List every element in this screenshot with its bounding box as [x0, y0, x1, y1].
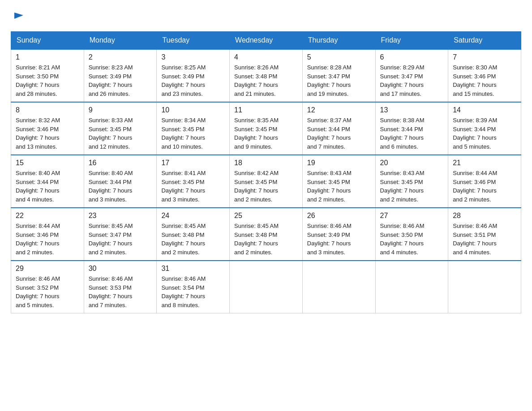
weekday-header-friday: Friday — [375, 32, 448, 50]
day-info: Sunrise: 8:25 AMSunset: 3:49 PMDaylight:… — [161, 64, 206, 97]
logo — [11, 11, 24, 23]
calendar-day-cell: 11 Sunrise: 8:35 AMSunset: 3:45 PMDaylig… — [230, 102, 303, 155]
page-header — [11, 11, 521, 23]
day-info: Sunrise: 8:23 AMSunset: 3:49 PMDaylight:… — [89, 64, 133, 97]
day-number: 25 — [234, 212, 298, 220]
day-number: 4 — [234, 53, 298, 61]
day-number: 6 — [380, 53, 444, 61]
calendar-day-cell: 19 Sunrise: 8:43 AMSunset: 3:45 PMDaylig… — [302, 155, 375, 208]
calendar-day-cell: 31 Sunrise: 8:46 AMSunset: 3:54 PMDaylig… — [157, 261, 230, 313]
weekday-header-monday: Monday — [84, 32, 157, 50]
day-info: Sunrise: 8:43 AMSunset: 3:45 PMDaylight:… — [380, 170, 425, 203]
day-info: Sunrise: 8:21 AMSunset: 3:50 PMDaylight:… — [16, 64, 60, 97]
day-info: Sunrise: 8:46 AMSunset: 3:53 PMDaylight:… — [89, 275, 133, 308]
day-info: Sunrise: 8:34 AMSunset: 3:45 PMDaylight:… — [161, 117, 206, 150]
calendar-table: SundayMondayTuesdayWednesdayThursdayFrid… — [11, 31, 521, 313]
day-info: Sunrise: 8:45 AMSunset: 3:48 PMDaylight:… — [234, 223, 279, 256]
day-info: Sunrise: 8:40 AMSunset: 3:44 PMDaylight:… — [89, 170, 133, 203]
calendar-day-cell: 29 Sunrise: 8:46 AMSunset: 3:52 PMDaylig… — [11, 261, 84, 313]
calendar-week-row: 1 Sunrise: 8:21 AMSunset: 3:50 PMDayligh… — [11, 49, 521, 102]
day-number: 28 — [453, 212, 516, 220]
calendar-day-cell: 17 Sunrise: 8:41 AMSunset: 3:45 PMDaylig… — [157, 155, 230, 208]
day-number: 19 — [307, 159, 371, 167]
calendar-day-cell: 25 Sunrise: 8:45 AMSunset: 3:48 PMDaylig… — [230, 208, 303, 261]
calendar-day-cell: 9 Sunrise: 8:33 AMSunset: 3:45 PMDayligh… — [84, 102, 157, 155]
day-number: 17 — [161, 159, 225, 167]
calendar-day-cell: 18 Sunrise: 8:42 AMSunset: 3:45 PMDaylig… — [230, 155, 303, 208]
calendar-header-row: SundayMondayTuesdayWednesdayThursdayFrid… — [11, 32, 521, 50]
calendar-day-cell: 21 Sunrise: 8:44 AMSunset: 3:46 PMDaylig… — [448, 155, 521, 208]
day-info: Sunrise: 8:28 AMSunset: 3:47 PMDaylight:… — [307, 64, 352, 97]
day-number: 20 — [380, 159, 444, 167]
calendar-day-cell: 24 Sunrise: 8:45 AMSunset: 3:48 PMDaylig… — [157, 208, 230, 261]
day-number: 7 — [453, 53, 516, 61]
calendar-empty-cell — [448, 261, 521, 313]
svg-marker-0 — [14, 13, 23, 19]
day-info: Sunrise: 8:26 AMSunset: 3:48 PMDaylight:… — [234, 64, 279, 97]
calendar-day-cell: 27 Sunrise: 8:46 AMSunset: 3:50 PMDaylig… — [375, 208, 448, 261]
calendar-day-cell: 8 Sunrise: 8:32 AMSunset: 3:46 PMDayligh… — [11, 102, 84, 155]
day-number: 23 — [89, 212, 152, 220]
day-number: 16 — [89, 159, 152, 167]
day-number: 2 — [89, 53, 152, 61]
day-number: 21 — [453, 159, 516, 167]
day-number: 30 — [89, 265, 152, 273]
day-info: Sunrise: 8:39 AMSunset: 3:44 PMDaylight:… — [453, 117, 497, 150]
day-number: 10 — [161, 106, 225, 114]
calendar-day-cell: 5 Sunrise: 8:28 AMSunset: 3:47 PMDayligh… — [302, 49, 375, 102]
day-number: 9 — [89, 106, 152, 114]
calendar-week-row: 15 Sunrise: 8:40 AMSunset: 3:44 PMDaylig… — [11, 155, 521, 208]
day-info: Sunrise: 8:46 AMSunset: 3:49 PMDaylight:… — [307, 223, 352, 256]
day-info: Sunrise: 8:44 AMSunset: 3:46 PMDaylight:… — [16, 223, 60, 256]
day-number: 3 — [161, 53, 225, 61]
calendar-day-cell: 23 Sunrise: 8:45 AMSunset: 3:47 PMDaylig… — [84, 208, 157, 261]
day-number: 15 — [16, 159, 79, 167]
day-info: Sunrise: 8:46 AMSunset: 3:52 PMDaylight:… — [16, 275, 60, 308]
weekday-header-thursday: Thursday — [302, 32, 375, 50]
calendar-empty-cell — [375, 261, 448, 313]
day-number: 1 — [16, 53, 79, 61]
day-number: 24 — [161, 212, 225, 220]
calendar-day-cell: 28 Sunrise: 8:46 AMSunset: 3:51 PMDaylig… — [448, 208, 521, 261]
calendar-day-cell: 12 Sunrise: 8:37 AMSunset: 3:44 PMDaylig… — [302, 102, 375, 155]
day-number: 26 — [307, 212, 371, 220]
calendar-day-cell: 16 Sunrise: 8:40 AMSunset: 3:44 PMDaylig… — [84, 155, 157, 208]
day-info: Sunrise: 8:45 AMSunset: 3:47 PMDaylight:… — [89, 223, 133, 256]
day-number: 13 — [380, 106, 444, 114]
day-info: Sunrise: 8:38 AMSunset: 3:44 PMDaylight:… — [380, 117, 425, 150]
calendar-week-row: 8 Sunrise: 8:32 AMSunset: 3:46 PMDayligh… — [11, 102, 521, 155]
day-info: Sunrise: 8:44 AMSunset: 3:46 PMDaylight:… — [453, 170, 497, 203]
calendar-day-cell: 7 Sunrise: 8:30 AMSunset: 3:46 PMDayligh… — [448, 49, 521, 102]
day-info: Sunrise: 8:46 AMSunset: 3:50 PMDaylight:… — [380, 223, 425, 256]
day-info: Sunrise: 8:33 AMSunset: 3:45 PMDaylight:… — [89, 117, 133, 150]
day-number: 29 — [16, 265, 79, 273]
day-number: 18 — [234, 159, 298, 167]
weekday-header-tuesday: Tuesday — [157, 32, 230, 50]
day-number: 5 — [307, 53, 371, 61]
logo-flag-icon — [12, 11, 24, 23]
calendar-day-cell: 15 Sunrise: 8:40 AMSunset: 3:44 PMDaylig… — [11, 155, 84, 208]
calendar-day-cell: 13 Sunrise: 8:38 AMSunset: 3:44 PMDaylig… — [375, 102, 448, 155]
calendar-empty-cell — [302, 261, 375, 313]
day-info: Sunrise: 8:41 AMSunset: 3:45 PMDaylight:… — [161, 170, 206, 203]
day-info: Sunrise: 8:30 AMSunset: 3:46 PMDaylight:… — [453, 64, 497, 97]
calendar-day-cell: 6 Sunrise: 8:29 AMSunset: 3:47 PMDayligh… — [375, 49, 448, 102]
day-info: Sunrise: 8:29 AMSunset: 3:47 PMDaylight:… — [380, 64, 425, 97]
calendar-day-cell: 26 Sunrise: 8:46 AMSunset: 3:49 PMDaylig… — [302, 208, 375, 261]
calendar-week-row: 22 Sunrise: 8:44 AMSunset: 3:46 PMDaylig… — [11, 208, 521, 261]
weekday-header-wednesday: Wednesday — [230, 32, 303, 50]
calendar-empty-cell — [230, 261, 303, 313]
calendar-day-cell: 20 Sunrise: 8:43 AMSunset: 3:45 PMDaylig… — [375, 155, 448, 208]
day-number: 14 — [453, 106, 516, 114]
day-number: 27 — [380, 212, 444, 220]
day-info: Sunrise: 8:40 AMSunset: 3:44 PMDaylight:… — [16, 170, 60, 203]
calendar-day-cell: 10 Sunrise: 8:34 AMSunset: 3:45 PMDaylig… — [157, 102, 230, 155]
calendar-day-cell: 14 Sunrise: 8:39 AMSunset: 3:44 PMDaylig… — [448, 102, 521, 155]
day-info: Sunrise: 8:42 AMSunset: 3:45 PMDaylight:… — [234, 170, 279, 203]
calendar-day-cell: 22 Sunrise: 8:44 AMSunset: 3:46 PMDaylig… — [11, 208, 84, 261]
calendar-week-row: 29 Sunrise: 8:46 AMSunset: 3:52 PMDaylig… — [11, 261, 521, 313]
day-number: 12 — [307, 106, 371, 114]
calendar-day-cell: 30 Sunrise: 8:46 AMSunset: 3:53 PMDaylig… — [84, 261, 157, 313]
calendar-day-cell: 2 Sunrise: 8:23 AMSunset: 3:49 PMDayligh… — [84, 49, 157, 102]
calendar-day-cell: 1 Sunrise: 8:21 AMSunset: 3:50 PMDayligh… — [11, 49, 84, 102]
